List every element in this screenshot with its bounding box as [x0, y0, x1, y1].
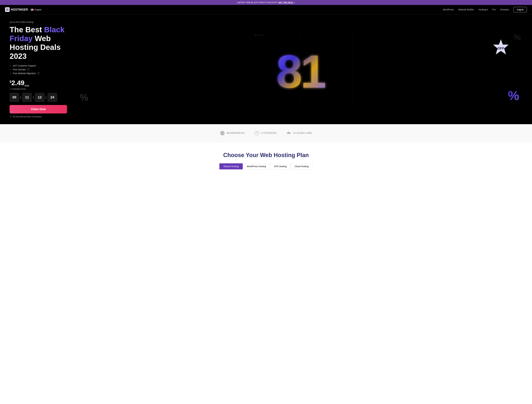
- logo[interactable]: HOSTINGER: [5, 7, 28, 12]
- login-button[interactable]: Log in: [513, 7, 527, 12]
- time-separator-3: :: [45, 95, 47, 99]
- partner-litespeed: LITESPEED: [254, 130, 277, 136]
- partner-cloudflare: CLOUDFLARE: [286, 130, 312, 136]
- svg-rect-2: [6, 10, 7, 11]
- hero-content: Up to 81% Web Hosting The Best Black Fri…: [10, 21, 77, 118]
- price-decimal: .49: [15, 79, 24, 87]
- partner-wordpress: WORDPRESS: [220, 130, 245, 136]
- time-separator-1: :: [20, 95, 22, 99]
- chevron-down-icon: ▾: [487, 8, 488, 11]
- language-label: English: [35, 8, 42, 11]
- percent-left: %: [80, 92, 88, 103]
- nav-right: WordPress Website Builder Hosting ▾ Pro …: [443, 7, 527, 12]
- countdown-minutes: 11: [22, 93, 32, 102]
- cloudflare-label: CLOUDFLARE: [293, 132, 312, 135]
- wordpress-icon: [220, 130, 225, 136]
- banner-cta[interactable]: GET THE DEAL: [278, 1, 293, 4]
- plan-tab-shared[interactable]: Shared Hosting: [219, 163, 243, 169]
- price-display: $2.49/mo: [10, 79, 77, 87]
- hero-subtitle: Up to 81% Web Hosting: [10, 21, 77, 23]
- help-icon-migration[interactable]: ?: [37, 72, 40, 75]
- check-icon-domain: ✓: [10, 68, 12, 71]
- logo-icon: [5, 7, 10, 12]
- money-back-guarantee: 🛡 30-Day Money-Back Guarantee: [10, 115, 77, 118]
- nav-left: HOSTINGER 🇺🇸 English: [5, 7, 42, 12]
- price-symbol: $: [10, 80, 11, 83]
- feature-migration: ✓ Free Website Migration ?: [10, 72, 77, 75]
- plan-tab-cloud[interactable]: Cloud Hosting: [291, 163, 313, 169]
- svg-marker-22: [255, 131, 259, 135]
- litespeed-label: LITESPEED: [261, 132, 277, 135]
- hero-title: The Best Black Friday Web Hosting Deals …: [10, 25, 77, 61]
- feature-support: ✓ 24/7 Customer Support: [10, 64, 77, 67]
- percent-top: %: [514, 33, 521, 42]
- partners-section: WORDPRESS LITESPEED CLOUDFLARE: [0, 124, 532, 142]
- price-period: /mo: [25, 84, 29, 87]
- promo-banner: LIMITED TIME BLACK FRIDAY DISCOUNT: GET …: [0, 0, 532, 5]
- time-separator-2: :: [32, 95, 34, 99]
- countdown-frames: 24: [48, 93, 57, 102]
- banner-arrow: >: [294, 1, 295, 4]
- nav-domains[interactable]: Domains: [500, 8, 509, 11]
- language-selector[interactable]: 🇺🇸 English: [31, 8, 42, 11]
- price-integer: 2: [11, 79, 15, 87]
- flag-icon: 🇺🇸: [31, 8, 34, 11]
- check-icon-support: ✓: [10, 64, 12, 67]
- countdown-seconds: 12: [35, 93, 44, 102]
- shield-icon: 🛡: [10, 115, 12, 118]
- claim-deal-button[interactable]: Claim Deal: [10, 105, 67, 113]
- plan-tab-wordpress[interactable]: WordPress Hosting: [243, 163, 270, 169]
- help-icon-domain[interactable]: ?: [27, 68, 30, 71]
- countdown-hours: 00: [10, 93, 19, 102]
- nav-website-builder[interactable]: Website Builder: [458, 8, 474, 11]
- check-icon-migration: ✓: [10, 72, 12, 75]
- nav-hosting[interactable]: Hosting ▾: [478, 8, 488, 11]
- percent-right: %: [508, 88, 519, 103]
- nav-pro[interactable]: Pro: [492, 8, 496, 11]
- svg-text:OFF: OFF: [497, 46, 504, 50]
- countdown-timer: 00 : 11 : 12 : 24: [10, 93, 77, 102]
- choose-plan-section: Choose Your Web Hosting Plan Shared Host…: [0, 142, 532, 179]
- off-badge: OFF: [492, 39, 510, 57]
- litespeed-icon: [254, 130, 260, 136]
- logo-text: HOSTINGER: [11, 8, 28, 11]
- cloudflare-icon: [286, 130, 291, 136]
- title-part1: The Best: [10, 26, 44, 34]
- price-note: + 2 Months Free: [10, 88, 77, 90]
- wordpress-label: WORDPRESS: [227, 132, 245, 135]
- nav-wordpress[interactable]: WordPress: [443, 8, 454, 11]
- feature-domain: ✓ Free Domain ?: [10, 68, 77, 71]
- hero-visual: 81 OFF % % %: [77, 29, 522, 109]
- plan-tabs: Shared Hosting WordPress Hosting VPS Hos…: [10, 163, 522, 169]
- svg-rect-3: [7, 10, 9, 11]
- hero-section: Up to 81% Web Hosting The Best Black Fri…: [0, 14, 532, 124]
- main-nav: HOSTINGER 🇺🇸 English WordPress Website B…: [0, 5, 532, 14]
- svg-text:81: 81: [276, 46, 325, 95]
- svg-rect-0: [6, 8, 7, 10]
- svg-rect-1: [7, 8, 9, 10]
- choose-plan-heading: Choose Your Web Hosting Plan: [10, 152, 522, 158]
- price-block: $2.49/mo + 2 Months Free: [10, 79, 77, 90]
- features-list: ✓ 24/7 Customer Support ✓ Free Domain ? …: [10, 64, 77, 75]
- plan-tab-vps[interactable]: VPS Hosting: [270, 163, 291, 169]
- big-number-81: 81: [275, 44, 358, 95]
- banner-text: LIMITED TIME BLACK FRIDAY DISCOUNT:: [237, 1, 278, 4]
